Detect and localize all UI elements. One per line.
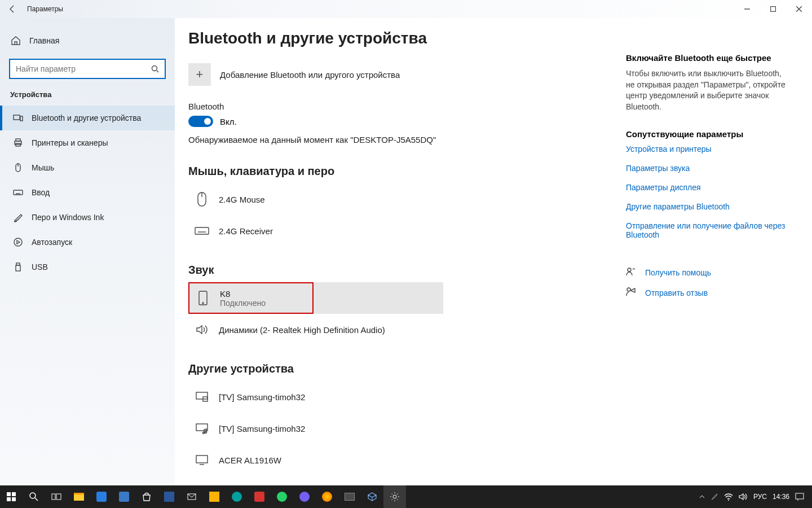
device-monitor[interactable]: ACER AL1916W [188,444,431,476]
close-button[interactable] [786,0,812,18]
device-name: ACER AL1916W [219,456,281,465]
sidebar: Главная Устройства Bluetooth и другие ус… [0,18,175,485]
sidebar-item-autoplay[interactable]: Автозапуск [0,230,175,255]
taskbar-app-yellow[interactable] [203,485,226,508]
taskbar-app-whatsapp[interactable] [271,485,293,508]
maximize-button[interactable] [760,0,786,18]
home-icon [10,36,21,46]
device-receiver[interactable]: 2.4G Receiver [188,215,431,247]
sidebar-item-pen[interactable]: Перо и Windows Ink [0,205,175,230]
svg-rect-2 [14,115,20,120]
get-help-link[interactable]: Получить помощь [626,266,789,279]
taskbar-app-firefox[interactable] [316,485,338,508]
taskbar-app-teal[interactable] [226,485,248,508]
bluetooth-toggle[interactable] [188,116,213,127]
discoverable-text: Обнаруживаемое на данный момент как "DES… [188,135,620,144]
svg-point-32 [393,495,396,498]
sidebar-category: Устройства [0,87,175,106]
svg-rect-10 [16,265,20,271]
sidebar-item-printers[interactable]: Принтеры и сканеры [0,130,175,155]
link-send-receive-bt[interactable]: Отправление или получение файлов через B… [626,221,789,239]
tray-language[interactable]: РУС [753,493,767,501]
sidebar-item-usb[interactable]: USB [0,255,175,279]
taskbar-app-word[interactable] [158,485,180,508]
system-tray: РУС 14:36 [699,493,812,501]
autoplay-icon [12,237,24,247]
tray-volume-icon[interactable] [739,493,748,501]
link-more-bluetooth[interactable]: Другие параметры Bluetooth [626,202,789,211]
taskview-button[interactable] [45,485,68,508]
minimize-button[interactable] [734,0,760,18]
right-panel: Включайте Bluetooth еще быстрее Чтобы вк… [620,18,806,485]
tray-chevron-icon[interactable] [699,494,705,500]
device-status: Подключено [220,299,266,308]
taskbar: РУС 14:36 [0,485,812,508]
taskbar-app-camera[interactable] [338,485,361,508]
device-tv1[interactable]: [TV] Samsung-timoh32 [188,381,431,413]
monitor-icon [192,454,212,466]
tray-clock[interactable]: 14:36 [773,493,789,501]
pen-icon [12,212,24,222]
cast-icon [192,391,212,402]
search-input-wrapper[interactable] [9,59,166,79]
tray-notifications-icon[interactable] [795,493,804,501]
tip-title: Включайте Bluetooth еще быстрее [626,53,789,63]
svg-rect-8 [14,190,23,195]
taskbar-app-store[interactable] [135,485,158,508]
svg-point-15 [202,303,204,304]
sidebar-item-label: Ввод [32,188,50,197]
device-tv2[interactable]: [TV] Samsung-timoh32 [188,413,431,444]
sidebar-item-bluetooth[interactable]: Bluetooth и другие устройства [0,106,175,130]
link-sound-settings[interactable]: Параметры звука [626,164,789,173]
window-controls [734,0,812,18]
device-mouse[interactable]: 2.4G Mouse [188,183,431,215]
taskbar-app-explorer[interactable] [68,485,90,508]
bluetooth-label: Bluetooth [188,102,620,111]
search-button[interactable] [23,485,45,508]
taskbar-app-cube[interactable] [361,485,383,508]
add-device-label: Добавление Bluetooth или другого устройс… [220,70,400,80]
svg-rect-18 [196,424,208,431]
link-devices-printers[interactable]: Устройства и принтеры [626,144,789,154]
sidebar-item-typing[interactable]: Ввод [0,180,175,205]
section-sound: Звук [188,264,620,277]
sidebar-item-mouse[interactable]: Мышь [0,155,175,180]
taskbar-app-security[interactable] [113,485,135,508]
svg-rect-21 [196,456,208,463]
tray-feather-icon[interactable] [710,493,718,501]
device-k8[interactable]: K8 Подключено [188,282,314,314]
svg-rect-27 [12,497,16,501]
related-title: Сопутствующие параметры [626,129,789,139]
svg-rect-34 [796,493,804,499]
window-titlebar: Параметры [0,0,812,18]
back-button[interactable] [0,0,25,18]
search-input[interactable] [10,60,145,78]
devices-icon [12,113,24,123]
mouse-icon [192,191,212,207]
tray-wifi-icon[interactable] [724,493,733,501]
feedback-icon [626,287,639,299]
taskbar-app-viber[interactable] [293,485,316,508]
sidebar-item-label: Перо и Windows Ink [32,213,104,222]
svg-point-23 [627,288,630,291]
taskbar-app-settings[interactable] [383,485,406,508]
taskbar-app-mail[interactable] [180,485,203,508]
taskbar-app-edge[interactable] [90,485,113,508]
svg-point-20 [205,432,207,433]
link-display-settings[interactable]: Параметры дисплея [626,183,789,192]
help-icon [626,266,639,279]
start-button[interactable] [0,485,23,508]
main-content: Bluetooth и другие устройства + Добавлен… [175,18,620,485]
feedback-link[interactable]: Отправить отзыв [626,287,789,299]
svg-rect-26 [7,497,11,501]
device-name: [TV] Samsung-timoh32 [219,424,305,433]
search-icon [145,65,165,73]
sidebar-item-label: Мышь [32,163,54,172]
svg-rect-16 [196,392,208,399]
add-device-button[interactable]: + Добавление Bluetooth или другого устро… [188,63,620,86]
device-speakers[interactable]: Динамики (2- Realtek High Definition Aud… [188,314,431,345]
taskbar-app-ccleaner[interactable] [248,485,271,508]
device-name: K8 [220,289,266,299]
sidebar-home[interactable]: Главная [0,28,175,53]
svg-rect-3 [20,116,23,121]
